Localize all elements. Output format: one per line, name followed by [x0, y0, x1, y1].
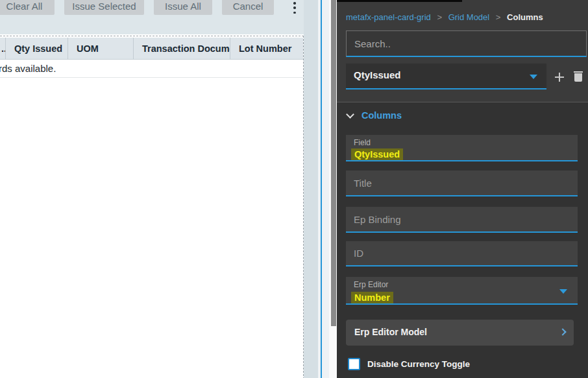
ep-binding-input[interactable]: [346, 207, 578, 231]
inspector-panel: metafx-panel-card-grid > Grid Model > Co…: [337, 0, 588, 378]
disable-currency-toggle-row: Disable Currency Toggle: [348, 358, 470, 370]
vertical-scrollbar[interactable]: [329, 0, 337, 378]
chevron-down-icon: [559, 289, 567, 294]
search-box: [346, 30, 587, 57]
screen: Clear All Issue Selected Issue All Cance…: [0, 0, 588, 378]
erp-app-region: Clear All Issue Selected Issue All Cance…: [0, 0, 329, 378]
chevron-right-icon: [559, 328, 566, 335]
kebab-menu-icon[interactable]: [293, 2, 296, 14]
grid-header-uom[interactable]: UOM: [68, 38, 134, 59]
erp-editor-dropdown[interactable]: Erp Editor Number: [346, 277, 578, 305]
id-input[interactable]: [346, 241, 578, 265]
erp-editor-model-button[interactable]: Erp Editor Model: [346, 320, 574, 346]
breadcrumb: metafx-panel-card-grid > Grid Model > Co…: [346, 12, 543, 22]
columns-section-header[interactable]: Columns: [347, 110, 402, 121]
grid-empty-row: rds available.: [0, 60, 303, 78]
grid-header-lot-number[interactable]: Lot Number: [230, 38, 303, 59]
selection-edge-line: [321, 0, 322, 378]
search-input[interactable]: [347, 31, 586, 56]
erp-editor-model-label: Erp Editor Model: [354, 327, 427, 337]
breadcrumb-link-grid-model[interactable]: Grid Model: [448, 12, 490, 22]
cancel-button[interactable]: Cancel: [222, 0, 274, 15]
field-value-highlighted: QtyIssued: [351, 148, 403, 160]
title-input-group: [346, 171, 578, 196]
grid-header-transaction-document[interactable]: Transaction Docume...: [134, 38, 230, 59]
panel-gutter: [304, 0, 318, 378]
column-selector-value: QtyIssued: [354, 69, 401, 80]
erp-editor-value-highlighted: Number: [351, 292, 393, 303]
breadcrumb-separator: >: [496, 12, 501, 22]
erp-editor-label: Erp Editor: [354, 280, 388, 289]
breadcrumb-current-columns: Columns: [507, 12, 543, 22]
scrollbar-thumb[interactable]: [331, 0, 336, 326]
grid-header-stub[interactable]: ...: [0, 38, 6, 59]
no-records-message: rds available.: [0, 63, 56, 74]
breadcrumb-separator: >: [437, 12, 442, 22]
disable-currency-toggle-checkbox[interactable]: [348, 358, 360, 370]
grid-header-qty-issued[interactable]: Qty Issued: [6, 38, 68, 59]
chevron-down-icon: [530, 75, 537, 79]
columns-section-title: Columns: [361, 110, 402, 121]
inspector-top-tab-edge: [337, 0, 462, 2]
selected-grid-panel: ... Qty Issued UOM Transaction Docume...…: [0, 36, 304, 378]
id-input-group: [346, 241, 578, 266]
field-input-group[interactable]: Field QtyIssued: [346, 135, 578, 161]
issue-selected-button[interactable]: Issue Selected: [64, 0, 144, 15]
panel-margin: [318, 0, 329, 378]
trash-icon[interactable]: [574, 71, 583, 82]
chevron-down-icon: [346, 110, 354, 119]
issue-all-button[interactable]: Issue All: [154, 0, 212, 15]
clear-all-button[interactable]: Clear All: [0, 0, 55, 15]
field-label: Field: [354, 138, 371, 147]
title-input[interactable]: [346, 171, 578, 195]
disable-currency-toggle-label: Disable Currency Toggle: [367, 359, 470, 369]
breadcrumb-link-metafx-panel-card-grid[interactable]: metafx-panel-card-grid: [346, 12, 431, 22]
column-selector-dropdown[interactable]: QtyIssued: [346, 64, 546, 89]
ep-binding-input-group: [346, 207, 578, 233]
section-divider: [337, 102, 588, 102]
grid-header-row: ... Qty Issued UOM Transaction Docume...…: [0, 38, 303, 60]
plus-icon[interactable]: [555, 73, 564, 82]
